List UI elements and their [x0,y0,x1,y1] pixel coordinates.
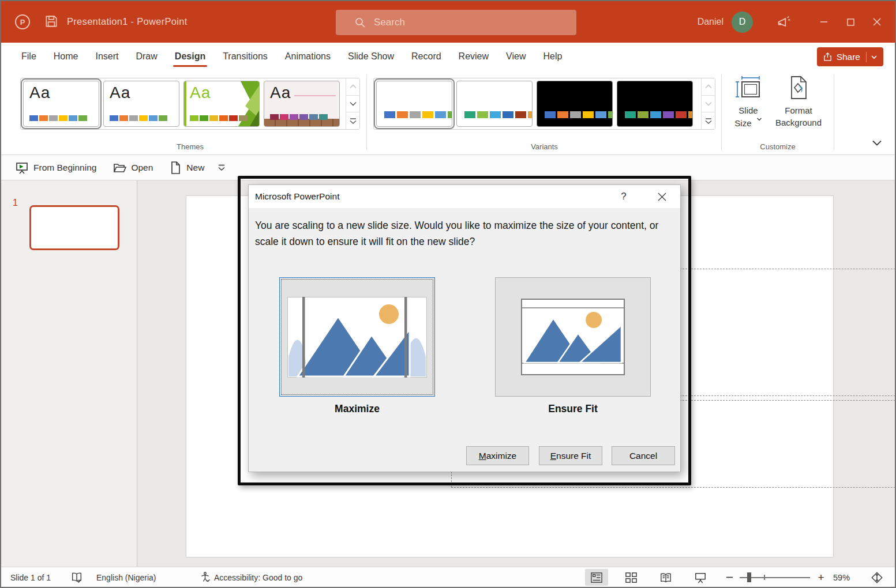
slide-sorter-view-button[interactable] [620,569,643,586]
themes-gallery: Aa Aa Aa [20,78,360,130]
chevron-down-icon[interactable] [871,54,878,61]
new-file-icon [169,161,182,175]
themes-group-label: Themes [20,142,360,151]
fit-slide-to-window-button[interactable] [868,569,886,586]
open-folder-icon [113,161,126,175]
slide-number: 1 [13,198,18,208]
pink-line-decor [294,95,336,96]
themes-scroll-column [346,78,359,129]
close-button[interactable] [864,7,890,36]
ensure-fit-preview-image [521,299,625,375]
theme-item-facet[interactable]: Aa [183,81,260,127]
slide-size-icon [735,76,762,100]
workspace: 1 Microsoft PowerPoint ? You are scaling… [1,180,895,567]
open-label: Open [131,163,153,173]
dialog-close-button[interactable] [648,185,676,208]
open-button[interactable]: Open [113,161,153,175]
tab-slide-show[interactable]: Slide Show [339,43,403,70]
slide-indicator[interactable]: Slide 1 of 1 [10,567,51,587]
theme-aa: Aa [270,84,291,102]
minimize-button[interactable] [811,7,837,36]
themes-scroll-down-button[interactable] [346,96,359,113]
variant-item-1-selected[interactable] [376,81,452,127]
from-beginning-button[interactable]: From Beginning [15,161,96,175]
ensure-fit-option-label: Ensure Fit [495,403,651,415]
dialog-message: You are scaling to a new slide size. Wou… [255,217,662,250]
variant-item-2[interactable] [456,81,533,127]
language-indicator[interactable]: English (Nigeria) [96,567,156,587]
maximize-preview-image [287,297,427,378]
slideshow-view-button[interactable] [689,569,712,586]
maximize-option[interactable] [279,277,435,397]
zoom-slider-handle[interactable] [747,572,751,582]
variant-item-3[interactable] [537,81,613,127]
maximize-button[interactable]: Maximize [466,446,529,465]
share-divider [866,52,867,62]
new-button[interactable]: New [169,161,204,175]
tab-home[interactable]: Home [45,43,87,70]
theme-swatches [29,115,87,121]
powerpoint-logo-icon[interactable]: P [14,13,31,31]
format-background-button[interactable]: Format Background [770,76,827,129]
tab-transitions[interactable]: Transitions [214,43,276,70]
variant-swatches [545,111,613,118]
tab-insert[interactable]: Insert [87,43,127,70]
save-icon[interactable] [44,14,59,29]
zoom-level[interactable]: 59% [833,567,850,587]
variants-scroll-down-button[interactable] [702,96,715,113]
tab-design[interactable]: Design [166,43,214,70]
tab-animations[interactable]: Animations [276,43,339,70]
facet-edge-decor [184,81,186,126]
dialog-title: Microsoft PowerPoint [255,191,339,202]
group-separator [366,74,367,150]
theme-item-office-selected[interactable]: Aa [23,81,99,127]
spell-check-icon[interactable] [70,567,83,587]
slide-size-label-2: Size [734,118,751,128]
tab-help[interactable]: Help [534,43,571,70]
slide-thumbnail-selected[interactable] [29,205,119,250]
slide-thumbnail-panel: 1 [1,180,137,567]
share-button[interactable]: Share [817,47,883,66]
ribbon-tab-row: File Home Insert Draw Design Transitions… [1,43,895,70]
variants-more-button[interactable] [702,112,715,129]
themes-scroll-up-button[interactable] [346,78,359,96]
scale-dialog: Microsoft PowerPoint ? You are scaling t… [248,184,681,472]
variant-swatches [464,111,533,118]
toolbar-options-chevron-icon[interactable] [217,164,226,172]
zoom-out-button[interactable] [722,569,737,586]
status-bar: Slide 1 of 1 English (Nigeria) Accessibi… [1,567,895,587]
maximize-button[interactable] [837,7,864,36]
variants-scroll-up-button[interactable] [702,78,715,96]
ensure-fit-option[interactable] [495,277,651,397]
slide-size-button[interactable]: Slide Size [728,76,768,129]
tab-view[interactable]: View [497,43,534,70]
variant-item-4[interactable] [617,81,693,127]
tab-draw[interactable]: Draw [127,43,166,70]
tab-record[interactable]: Record [403,43,450,70]
tab-review[interactable]: Review [450,43,497,70]
tab-file[interactable]: File [13,43,45,70]
feedback-megaphone-icon[interactable] [776,14,792,30]
slide-size-label-1: Slide [738,105,758,115]
search-input[interactable]: Search [336,10,576,35]
theme-item-gallery[interactable]: Aa [264,81,340,127]
normal-view-button[interactable] [585,569,608,586]
variants-gallery [373,78,715,130]
themes-more-button[interactable] [346,112,359,129]
user-name[interactable]: Daniel [698,17,723,27]
maximize-option-label: Maximize [279,403,435,415]
avatar[interactable]: D [732,12,753,33]
zoom-in-button[interactable]: + [813,569,828,586]
collapse-ribbon-chevron-icon[interactable] [872,140,882,146]
accessibility-status[interactable]: Accessibility: Good to go [214,567,302,587]
theme-item-office[interactable]: Aa [103,81,179,127]
share-label: Share [837,52,860,62]
zoom-slider-center-tick [764,575,765,580]
ensure-fit-button[interactable]: Ensure Fit [539,446,602,465]
cancel-button[interactable]: Cancel [612,446,675,465]
reading-view-button[interactable] [654,569,677,586]
variant-swatches [384,111,452,118]
theme-aa: Aa [29,84,50,102]
dialog-help-button[interactable]: ? [612,185,635,208]
theme-swatches [190,115,248,121]
